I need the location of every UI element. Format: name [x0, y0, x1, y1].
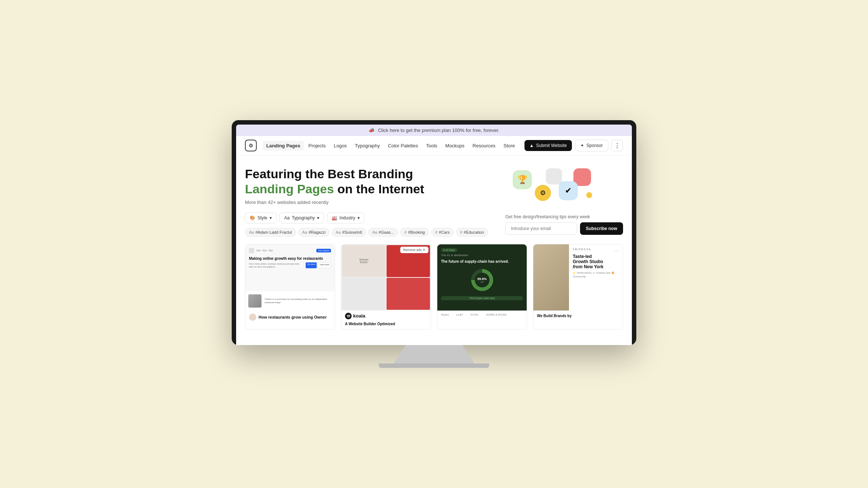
card4-left-photo [533, 244, 569, 311]
card1-logo [249, 248, 254, 253]
typography-label: Typography [292, 215, 315, 220]
filter-typography-button[interactable]: Aa Typography ▾ [280, 212, 324, 223]
industry-emoji: 🏭 [332, 215, 337, 220]
card1-nav: Nav Nav Nav Get started [249, 248, 331, 253]
tag-label: #Adam Ladd Fractul [255, 230, 292, 234]
decorative-shapes: 🏆 ⚙ ✔ [505, 166, 623, 211]
nav-link-mockups[interactable]: Mockups [442, 141, 468, 151]
tag-booking[interactable]: # #Booking [400, 228, 429, 237]
card1-photo [248, 294, 262, 308]
banner-text: Click here to get the premium plan 100% … [378, 128, 499, 133]
hero-left: Featuring the Best Branding Landing Page… [245, 166, 498, 237]
sponsor-button[interactable]: ✦ Sponsor [575, 140, 608, 151]
card2-text1: WebsiteBuilder [358, 257, 370, 265]
card-koala-preview: A Website Builder Optimized [341, 322, 431, 329]
tag-label: #Gaas... [379, 230, 394, 234]
tag-icon: # [460, 230, 462, 234]
card-ecoflow-footer: Hears LLBT ICON. DORE & ROSE [437, 311, 527, 319]
card3-content: 3-10 Days The #1 is distribution The fut… [437, 244, 527, 311]
filter-bar: 🎨 Style ▾ Aa Typography ▾ 🏭 Industry [245, 212, 498, 228]
card1-nav-links: Nav Nav Nav [256, 249, 273, 252]
subscribe-button[interactable]: Subscribe now [580, 222, 623, 235]
card4-header: TRIFECTA ⋯ [573, 248, 619, 254]
card4-logo: TRIFECTA [573, 248, 591, 251]
card-ecoflow-image: 3-10 Days The #1 is distribution The fut… [437, 244, 527, 311]
remove-ads-badge[interactable]: Remove ads ✕ [400, 247, 428, 253]
card4-content: TRIFECTA ⋯ Taste-ledGrowth Studiofrom Ne… [533, 244, 623, 311]
submit-icon: ▲ [530, 143, 534, 148]
koala-logo-circle: 🐨 [345, 313, 352, 319]
more-button[interactable]: ⋮ [611, 140, 623, 151]
hero-subtitle: More than 42+ websites added recently [245, 200, 498, 205]
card4-title: Taste-ledGrowth Studiofrom New York [573, 254, 619, 270]
filter-style-button[interactable]: 🎨 Style ▾ [245, 212, 277, 223]
sponsor-label: Sponsor [586, 143, 603, 148]
nav-logo[interactable]: ⚙ [245, 140, 257, 151]
brand4: DORE & ROSE [486, 313, 507, 316]
tag-cars[interactable]: # #Cars [431, 228, 453, 237]
nav-link-tools[interactable]: Tools [422, 141, 441, 151]
card2-inner: WebsiteBuilder [341, 244, 431, 311]
nav-link-projects[interactable]: Projects [305, 141, 329, 151]
card-trifecta[interactable]: TRIFECTA ⋯ Taste-ledGrowth Studiofrom Ne… [533, 244, 623, 330]
card1-btn1: Get demo [306, 262, 317, 269]
tag-label: #Cars [439, 230, 449, 234]
top-banner[interactable]: 📣 Click here to get the premium plan 100… [236, 125, 632, 136]
nav-link-landing-pages[interactable]: Landing Pages [263, 141, 304, 151]
nav-link-store[interactable]: Store [500, 141, 519, 151]
card3-headline: The #1 is distribution [441, 254, 523, 257]
card-owner-name: How restaurants grow using Owner [259, 315, 327, 319]
tag-icon: # [404, 230, 406, 234]
hero-title-part1: Featuring the Best Branding [245, 167, 413, 181]
card-owner-avatar [249, 313, 256, 321]
card2-content: WebsiteBuilder Remove ads ✕ [341, 244, 431, 311]
style-emoji: 🎨 [250, 215, 255, 220]
submit-label: Submit Website [536, 143, 567, 148]
tag-icon: # [435, 230, 437, 234]
card1-nav-link: Nav [262, 249, 267, 252]
tag-gaas[interactable]: Aa #Gaas... [368, 228, 398, 237]
card1-quote: "Owner is a must-have for succeeding onl… [264, 298, 332, 304]
industry-chevron: ▾ [357, 215, 360, 220]
submit-website-button[interactable]: ▲ Submit Website [524, 140, 572, 151]
koala-logo-text: koala [353, 313, 365, 319]
tag-icon: Aa [336, 230, 341, 234]
monitor-stand [394, 345, 474, 363]
email-input[interactable] [505, 222, 577, 235]
card3-days-pill: 3-10 Days [441, 248, 457, 252]
cards-grid: Nav Nav Nav Get started Making online gr… [236, 244, 632, 330]
tag-adam-ladd[interactable]: Aa #Adam Ladd Fractul [245, 228, 296, 237]
filter-industry-button[interactable]: 🏭 Industry ▾ [327, 212, 364, 223]
tag-education[interactable]: # #Education [456, 228, 488, 237]
tags-row: Aa #Adam Ladd Fractul Aa #Ragazzi Aa #Su… [245, 228, 498, 237]
monitor-frame: 📣 Click here to get the premium plan 100… [232, 120, 636, 345]
nav-link-typography[interactable]: Typography [351, 141, 384, 151]
card2-block1: WebsiteBuilder [342, 245, 386, 277]
card-owner[interactable]: Nav Nav Nav Get started Making online gr… [245, 244, 335, 330]
hero-title: Featuring the Best Branding Landing Page… [245, 166, 498, 197]
nav-link-logos[interactable]: Logos [330, 141, 350, 151]
card1-body-text: Drive more orders, increase revenue and … [249, 262, 303, 269]
tag-label: #Education [464, 230, 484, 234]
card-koala-logo: 🐨 koala [341, 311, 431, 322]
card1-cta-btn: Get started [316, 249, 331, 252]
tag-ragazzi[interactable]: Aa #Ragazzi [298, 228, 330, 237]
style-label: Style [257, 215, 267, 220]
hero-title-part2: Landing Pages [245, 182, 334, 196]
tag-label: #Ragazzi [309, 230, 326, 234]
tag-suisse[interactable]: Aa #SuisseIntl [332, 228, 366, 237]
card-ecoflow[interactable]: 3-10 Days The #1 is distribution The fut… [437, 244, 527, 330]
card3-donut-inner: 99.8% rate [475, 273, 490, 287]
card1-btn2: Learn more [318, 262, 331, 269]
subscribe-label: Get free design/freelancing tips every w… [505, 214, 623, 219]
nav-link-resources[interactable]: Resources [469, 141, 499, 151]
card2-block4 [387, 278, 430, 310]
card-trifecta-image: TRIFECTA ⋯ Taste-ledGrowth Studiofrom Ne… [533, 244, 623, 311]
card4-subtitle: ⚡ Performance, ✏ Creative and 🔥 Communit… [573, 271, 619, 279]
trophy-shape: 🏆 [513, 170, 532, 189]
sponsor-icon: ✦ [580, 143, 584, 148]
card-koala[interactable]: WebsiteBuilder Remove ads ✕ 🐨 koala [341, 244, 431, 330]
nav-link-color-palettes[interactable]: Color Palettes [384, 141, 422, 151]
brand1: Hears [441, 313, 449, 316]
card-owner-footer: How restaurants grow using Owner [245, 311, 335, 324]
